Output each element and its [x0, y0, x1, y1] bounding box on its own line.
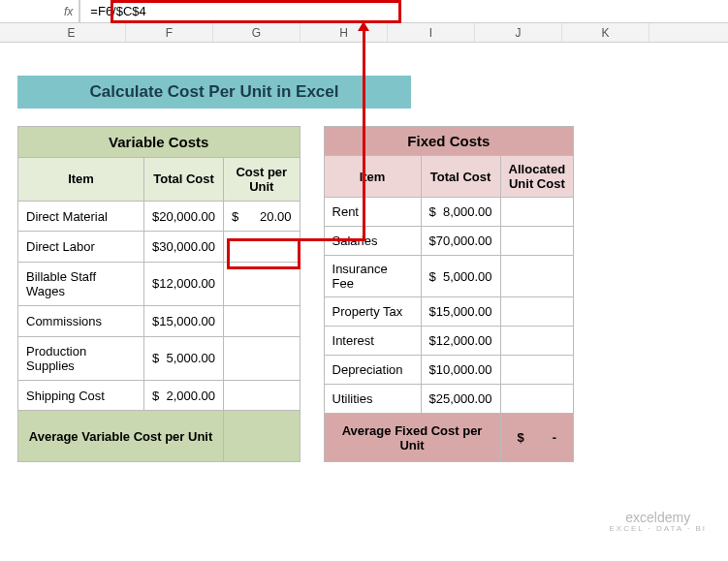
col-header[interactable]: G [213, 23, 301, 42]
cell-item[interactable]: Depreciation [324, 356, 421, 385]
table-row: Commissions$15,000.00 [18, 306, 301, 337]
cell-item[interactable]: Direct Labor [18, 232, 144, 263]
cell-item[interactable]: Billable Staff Wages [18, 262, 144, 305]
variable-costs-table: Variable Costs Item Total Cost Cost per … [17, 126, 301, 462]
col-alloc: Allocated Unit Cost [500, 156, 574, 198]
cell-alloc[interactable] [500, 327, 574, 356]
cell-alloc[interactable] [500, 297, 574, 327]
column-headers: E F G H I J K [0, 23, 728, 43]
formula-input[interactable] [86, 0, 728, 22]
table-row: Billable Staff Wages$12,000.00 [18, 262, 301, 305]
cell-item[interactable]: Shipping Cost [18, 380, 144, 411]
col-item: Item [18, 157, 144, 201]
cell-item[interactable]: Direct Material [18, 201, 144, 232]
col-header[interactable]: J [475, 23, 562, 42]
cell-item[interactable]: Production Supplies [18, 336, 144, 380]
table-row: Direct Material$20,000.00$ 20.00 [18, 201, 301, 232]
fixed-header: Fixed Costs [324, 127, 574, 156]
cell-item[interactable]: Rent [324, 198, 421, 227]
cell-item[interactable]: Salaries [324, 227, 421, 256]
cell-item[interactable]: Utilities [324, 385, 421, 414]
cell-total[interactable]: $25,000.00 [421, 385, 500, 414]
cell-alloc[interactable] [500, 385, 574, 414]
cell-total[interactable]: $12,000.00 [144, 262, 224, 305]
table-row: Property Tax$15,000.00 [324, 297, 574, 327]
cell-alloc[interactable] [500, 198, 574, 227]
variable-header: Variable Costs [18, 127, 301, 158]
table-row: Production Supplies$ 5,000.00 [18, 336, 301, 380]
cell-cpu[interactable] [224, 336, 300, 380]
cell-total[interactable]: $70,000.00 [421, 227, 500, 256]
cell-total[interactable]: $20,000.00 [144, 201, 224, 232]
variable-footer-label: Average Variable Cost per Unit [18, 411, 224, 462]
cell-cpu[interactable] [224, 262, 300, 305]
cell-cpu[interactable] [224, 232, 300, 263]
watermark: exceldemy EXCEL · DATA · BI [609, 511, 707, 534]
table-row: Insurance Fee$ 5,000.00 [324, 256, 574, 297]
cell-alloc[interactable] [500, 227, 574, 256]
cell-item[interactable]: Property Tax [324, 297, 421, 327]
col-item: Item [324, 156, 421, 198]
variable-footer-value[interactable] [224, 411, 300, 462]
cell-total[interactable]: $15,000.00 [144, 306, 224, 337]
fixed-footer-value[interactable]: $ - [500, 414, 574, 462]
cell-alloc[interactable] [500, 356, 574, 385]
page-title: Calculate Cost Per Unit in Excel [17, 76, 411, 109]
col-total: Total Cost [144, 157, 224, 201]
col-cpu: Cost per Unit [224, 157, 300, 201]
cell-item[interactable]: Insurance Fee [324, 256, 421, 297]
cell-total[interactable]: $30,000.00 [144, 232, 224, 263]
col-header[interactable]: I [388, 23, 475, 42]
table-row: Interest$12,000.00 [324, 327, 574, 356]
divider [79, 0, 80, 22]
cell-total[interactable]: $12,000.00 [421, 327, 500, 356]
col-header[interactable]: H [301, 23, 388, 42]
formula-bar: fx [0, 0, 728, 23]
watermark-sub: EXCEL · DATA · BI [609, 525, 707, 534]
cell-item[interactable]: Interest [324, 327, 421, 356]
table-row: Direct Labor$30,000.00 [18, 232, 301, 263]
table-row: Utilities$25,000.00 [324, 385, 574, 414]
worksheet[interactable]: Calculate Cost Per Unit in Excel Variabl… [0, 76, 728, 462]
cell-cpu[interactable] [224, 306, 300, 337]
cell-alloc[interactable] [500, 256, 574, 297]
cell-cpu[interactable] [224, 380, 300, 411]
col-header[interactable]: E [17, 23, 126, 42]
cell-total[interactable]: $15,000.00 [421, 297, 500, 327]
table-row: Shipping Cost$ 2,000.00 [18, 380, 301, 411]
col-header[interactable]: K [562, 23, 649, 42]
table-row: Rent$ 8,000.00 [324, 198, 574, 227]
col-header[interactable]: F [126, 23, 213, 42]
cell-cpu[interactable]: $ 20.00 [224, 201, 300, 232]
cell-total[interactable]: $ 8,000.00 [421, 198, 500, 227]
col-total: Total Cost [421, 156, 500, 198]
cell-total[interactable]: $ 5,000.00 [421, 256, 500, 297]
cell-item[interactable]: Commissions [18, 306, 144, 337]
cell-total[interactable]: $ 2,000.00 [144, 380, 224, 411]
cell-total[interactable]: $ 5,000.00 [144, 336, 224, 380]
cell-total[interactable]: $10,000.00 [421, 356, 500, 385]
table-row: Depreciation$10,000.00 [324, 356, 574, 385]
table-row: Salaries$70,000.00 [324, 227, 574, 256]
fixed-costs-table: Fixed Costs Item Total Cost Allocated Un… [324, 126, 575, 462]
fixed-footer-label: Average Fixed Cost per Unit [324, 414, 500, 462]
fx-icon[interactable]: fx [58, 0, 79, 22]
watermark-main: exceldemy [609, 511, 707, 525]
